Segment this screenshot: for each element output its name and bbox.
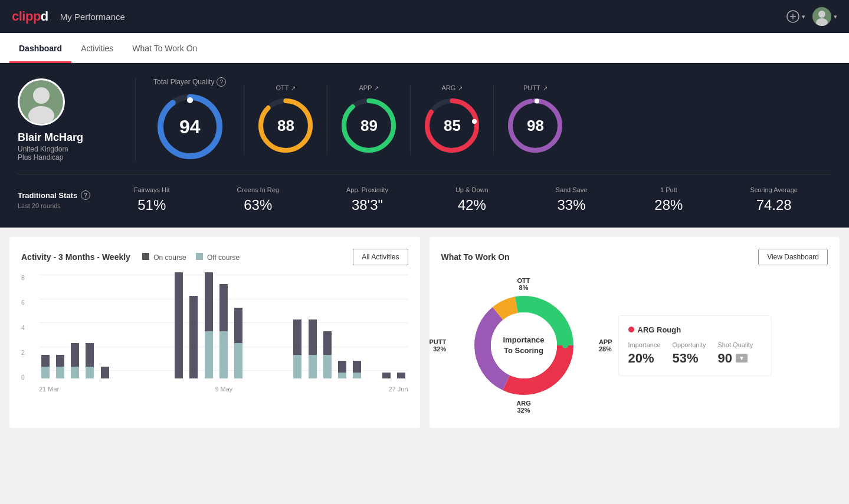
- header-left: clippd My Performance: [12, 9, 125, 24]
- bar-group-17: [291, 272, 304, 378]
- all-activities-button[interactable]: All Activities: [353, 249, 408, 265]
- bar-group-18: [306, 272, 319, 378]
- trad-info-icon[interactable]: ?: [81, 190, 90, 200]
- stats-top: Blair McHarg United Kingdom Plus Handica…: [18, 77, 831, 162]
- stat-updown: Up & Down 42%: [455, 186, 489, 213]
- bottom-panels: Activity - 3 Months - Weekly On course O…: [0, 228, 849, 437]
- tab-dashboard[interactable]: Dashboard: [9, 33, 71, 63]
- svg-point-27: [562, 342, 568, 348]
- trad-stats-subtitle: Last 20 rounds: [18, 202, 100, 209]
- player-name: Blair McHarg: [18, 131, 117, 144]
- bar-on-13: [234, 308, 242, 343]
- bar-on-9: [175, 272, 183, 378]
- app-gauge: 89: [339, 96, 398, 155]
- 1putt-value: 28%: [654, 197, 683, 213]
- arg-gauge: 85: [422, 96, 481, 155]
- traditional-stats: Traditional Stats ? Last 20 rounds Fairw…: [18, 174, 831, 213]
- player-handicap: Plus Handicap: [18, 153, 117, 162]
- arg-label: ARG ↗: [441, 84, 463, 91]
- bar-group-19: [321, 272, 334, 378]
- view-dashboard-button[interactable]: View Dashboard: [758, 249, 828, 265]
- bar-group-16: [276, 272, 289, 378]
- svg-point-17: [472, 119, 477, 124]
- legend-off-course: Off course: [196, 253, 240, 262]
- bar-off-17: [293, 355, 301, 378]
- bar-group-15: [261, 272, 274, 378]
- putt-donut-label: PUTT 32%: [430, 338, 447, 353]
- bar-on-17: [293, 319, 301, 355]
- insight-shotquality: Shot Quality 90 ▼: [717, 341, 753, 366]
- shotquality-badge: ▼: [736, 354, 748, 363]
- arg-value: 85: [444, 117, 461, 135]
- main-gauge: 94: [155, 91, 225, 162]
- bar-group-5: [113, 272, 126, 378]
- logo[interactable]: clippd: [12, 9, 48, 24]
- svg-point-3: [818, 11, 825, 18]
- fairways-value: 51%: [134, 197, 170, 213]
- bar-on-21: [353, 361, 361, 373]
- opportunity-label: Opportunity: [673, 341, 706, 348]
- greens-label: Greens In Reg: [237, 186, 279, 193]
- tab-activities[interactable]: Activities: [71, 33, 123, 63]
- bar-group-4: [99, 272, 112, 378]
- score-arg: ARG ↗ 85: [410, 84, 493, 155]
- proximity-label: App. Proximity: [346, 186, 388, 193]
- quality-info-icon[interactable]: ?: [217, 77, 226, 87]
- bar-on-3: [86, 343, 94, 367]
- legend-on-course: On course: [142, 253, 186, 262]
- add-button[interactable]: ▾: [786, 10, 805, 23]
- quality-main: Total Player Quality ? 94: [136, 77, 244, 162]
- putt-trend-icon: ↗: [543, 85, 548, 91]
- y-label-6: 6: [21, 299, 25, 306]
- bar-on-1: [56, 355, 64, 367]
- sandsave-label: Sand Save: [556, 186, 588, 193]
- svg-point-4: [816, 18, 828, 26]
- trad-stats-label: Traditional Stats ? Last 20 rounds: [18, 190, 100, 209]
- tab-what-to-work-on[interactable]: What To Work On: [123, 33, 206, 63]
- main-score-value: 94: [179, 116, 201, 138]
- user-avatar-button[interactable]: ▾: [812, 7, 837, 26]
- donut-center-text: Importance To Scoring: [503, 335, 544, 356]
- bar-group-1: [54, 272, 67, 378]
- header-right: ▾ ▾: [786, 7, 837, 26]
- putt-value: 98: [527, 117, 544, 135]
- scoring-value: 74.28: [750, 197, 798, 213]
- activity-panel: Activity - 3 Months - Weekly On course O…: [9, 237, 420, 428]
- stat-1putt: 1 Putt 28%: [654, 186, 683, 213]
- insight-card: ARG Rough Importance 20% Opportunity 53%…: [618, 315, 772, 376]
- header: clippd My Performance ▾ ▾: [0, 0, 849, 33]
- updown-value: 42%: [455, 197, 489, 213]
- bar-group-14: [247, 272, 260, 378]
- bar-on-23: [382, 373, 391, 378]
- ott-gauge: 88: [256, 96, 315, 155]
- bar-off-20: [338, 373, 346, 378]
- x-label-jun: 27 Jun: [388, 386, 408, 393]
- bar-off-18: [309, 355, 317, 378]
- app-donut-label: APP 28%: [599, 338, 612, 353]
- svg-point-28: [521, 384, 527, 390]
- bar-group-20: [336, 272, 349, 378]
- work-on-panel-header: What To Work On View Dashboard: [441, 249, 828, 265]
- bar-on-20: [338, 361, 346, 373]
- quality-scores: Total Player Quality ? 94 OTT ↗: [136, 77, 831, 162]
- bar-on-11: [205, 272, 213, 331]
- importance-value: 20%: [628, 351, 661, 366]
- bar-off-19: [323, 355, 332, 378]
- putt-gauge: 98: [506, 96, 565, 155]
- bar-on-12: [219, 284, 228, 331]
- header-title: My Performance: [60, 12, 125, 22]
- bar-on-19: [323, 331, 332, 355]
- quality-title: Total Player Quality ?: [153, 77, 226, 87]
- x-label-mar: 21 Mar: [39, 386, 59, 393]
- work-on-title: What To Work On: [441, 252, 510, 262]
- bar-group-22: [365, 272, 378, 378]
- sandsave-value: 33%: [556, 197, 588, 213]
- activity-panel-header: Activity - 3 Months - Weekly On course O…: [21, 249, 408, 265]
- stat-fairways: Fairways Hit 51%: [134, 186, 170, 213]
- bar-off-0: [41, 367, 50, 378]
- bar-group-13: [232, 272, 245, 378]
- app-value: 89: [360, 117, 378, 135]
- 1putt-label: 1 Putt: [654, 186, 683, 193]
- trad-stats-title: Traditional Stats ?: [18, 190, 100, 200]
- bar-group-10: [187, 272, 200, 378]
